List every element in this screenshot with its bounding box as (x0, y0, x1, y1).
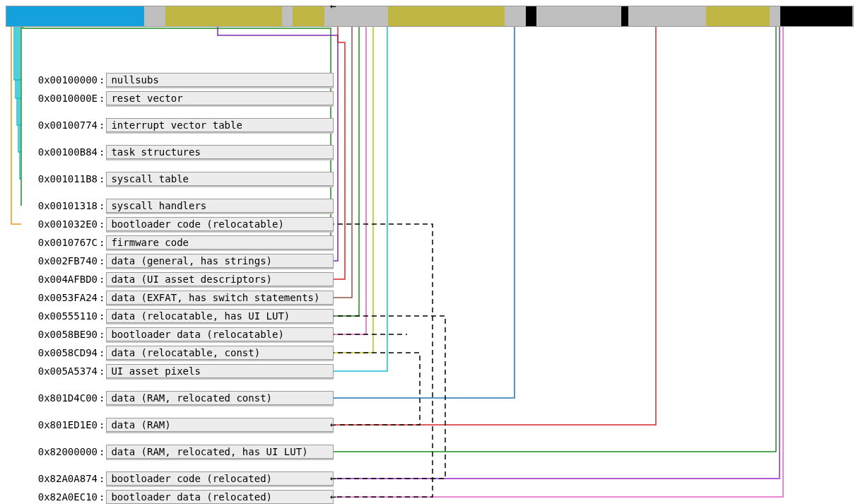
region-label: syscall table (106, 172, 334, 186)
bar-segment-unused-1 (526, 6, 536, 26)
memory-region-row: 0x82A0A874:bootloader code (relocated) (21, 469, 334, 488)
relocation-arrow-icon: ← (330, 418, 336, 430)
memory-region-row: 0x0053FA24:data (EXFAT, has switch state… (21, 288, 334, 307)
memory-region-row: 0x0058BE90:bootloader data (relocatable) (21, 325, 334, 344)
memory-bar (6, 6, 854, 27)
colon: : (98, 274, 106, 285)
colon: : (98, 347, 106, 358)
region-label: data (general, has strings) (106, 254, 334, 268)
memory-region-row: 0x00100B84:task structures (21, 143, 334, 161)
bar-segment-unused-2 (621, 6, 628, 26)
memory-region-row: 0x0010767C:firmware code (21, 233, 334, 252)
colon: : (98, 365, 106, 377)
address-label: 0x0010000E (21, 93, 98, 104)
memory-region-row: 0x001032E0:bootloader code (relocatable) (21, 215, 334, 233)
bar-segment-ram (780, 6, 852, 26)
address-label: 0x801ED1E0 (21, 419, 98, 430)
address-label: 0x00100774 (21, 119, 98, 131)
memory-region-row: 0x801ED1E0:data (RAM) (21, 416, 334, 434)
colon: : (98, 74, 106, 86)
address-label: 0x82000000 (21, 446, 98, 457)
colon: : (98, 146, 106, 158)
region-label: data (relocatable, const) (106, 346, 334, 360)
memory-map-list: 0x00100000:nullsubs0x0010000E:reset vect… (21, 71, 334, 504)
region-label: UI asset pixels (106, 364, 334, 378)
address-label: 0x0058BE90 (21, 329, 98, 340)
region-label: bootloader code (relocated) (106, 471, 334, 486)
address-label: 0x0053FA24 (21, 292, 98, 303)
region-label: interrupt vector table (106, 118, 334, 132)
memory-region-row: 0x801D4C00:data (RAM, relocated const) (21, 389, 334, 407)
region-label: data (RAM, relocated const) (106, 391, 334, 405)
region-label: data (UI asset descriptors) (106, 272, 334, 286)
region-label: data (EXFAT, has switch statements) (106, 291, 334, 305)
address-label: 0x0010767C (21, 237, 98, 248)
memory-region-row: 0x005A5374:UI asset pixels (21, 362, 334, 380)
region-label: task structures (106, 145, 334, 159)
address-label: 0x00100000 (21, 74, 98, 86)
region-label: data (RAM) (106, 418, 334, 432)
region-label: bootloader data (relocatable) (106, 327, 334, 341)
bar-segment-rom-code (6, 6, 144, 26)
memory-region-row: 0x00100000:nullsubs (21, 71, 334, 89)
address-label: 0x82A0A874 (21, 473, 98, 484)
colon: : (98, 200, 106, 211)
region-label: data (relocatable, has UI LUT) (106, 309, 334, 323)
colon: : (98, 491, 106, 503)
region-label: nullsubs (106, 73, 334, 87)
address-label: 0x001032E0 (21, 218, 98, 230)
address-label: 0x82A0EC10 (21, 491, 98, 503)
region-label: firmware code (106, 235, 334, 250)
address-label: 0x004AFBD0 (21, 274, 98, 285)
bar-segment-rom-data-3 (388, 6, 505, 26)
region-label: data (RAM, relocated, has UI LUT) (106, 445, 334, 459)
memory-region-row: 0x00555110:data (relocatable, has UI LUT… (21, 307, 334, 325)
address-label: 0x0058CD94 (21, 347, 98, 358)
colon: : (98, 292, 106, 303)
address-label: 0x801D4C00 (21, 392, 98, 404)
memory-region-row: 0x0058CD94:data (relocatable, const) (21, 344, 334, 362)
colon: : (98, 329, 106, 340)
region-label: bootloader data (relocated) (106, 490, 334, 504)
memory-region-row: 0x004AFBD0:data (UI asset descriptors) (21, 270, 334, 288)
address-label: 0x00555110 (21, 310, 98, 322)
address-label: 0x005A5374 (21, 365, 98, 377)
memory-region-row: 0x82000000:data (RAM, relocated, has UI … (21, 443, 334, 461)
bar-segment-rom-data-1 (165, 6, 282, 26)
colon: : (98, 446, 106, 457)
region-label: syscall handlers (106, 199, 334, 213)
colon: : (98, 392, 106, 404)
address-label: 0x001011B8 (21, 173, 98, 184)
bar-segment-rom-data-4 (706, 6, 770, 26)
memory-region-row: 0x00100774:interrupt vector table (21, 116, 334, 134)
address-label: 0x002FB740 (21, 255, 98, 266)
colon: : (98, 255, 106, 266)
memory-region-row: 0x00101318:syscall handlers (21, 197, 334, 215)
relocation-arrow-icon: ← (330, 0, 336, 11)
colon: : (98, 93, 106, 104)
colon: : (98, 119, 106, 131)
region-label: reset vector (106, 91, 334, 105)
colon: : (98, 310, 106, 322)
memory-region-row: 0x002FB740:data (general, has strings) (21, 252, 334, 270)
address-label: 0x00100B84 (21, 146, 98, 158)
address-label: 0x00101318 (21, 200, 98, 211)
region-label: bootloader code (relocatable) (106, 217, 334, 231)
relocation-arrow-icon: ← (330, 472, 336, 484)
memory-region-row: 0x001011B8:syscall table (21, 170, 334, 188)
memory-region-row: 0x0010000E:reset vector (21, 89, 334, 107)
bar-segment-rom-data-2 (293, 6, 324, 26)
relocation-arrow-icon: ← (330, 491, 336, 502)
colon: : (98, 173, 106, 184)
colon: : (98, 419, 106, 430)
colon: : (98, 473, 106, 484)
colon: : (98, 237, 106, 248)
colon: : (98, 218, 106, 230)
memory-region-row: 0x82A0EC10:bootloader data (relocated) (21, 488, 334, 504)
